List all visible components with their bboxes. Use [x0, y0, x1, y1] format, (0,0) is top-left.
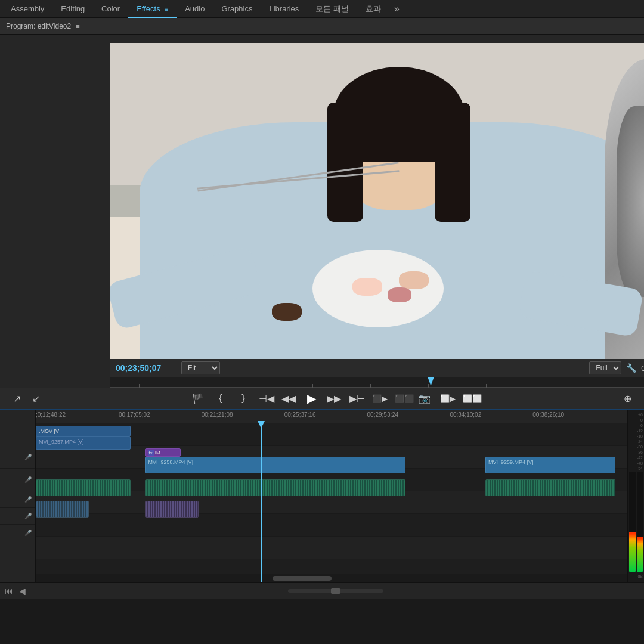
- nav-more-button[interactable]: »: [389, 4, 404, 14]
- nav-libraries[interactable]: Libraries: [261, 0, 307, 18]
- vu-bar-fill-left: [629, 532, 636, 572]
- tl-track-area: .MOV [V] MVI_9257.MP4 [V] fx IM MVI_9258…: [36, 423, 627, 572]
- extract-button[interactable]: ↗: [10, 393, 24, 404]
- timecode-current: 00;23;50;07: [116, 363, 181, 373]
- time-mark-5: 00;34;10;02: [450, 411, 481, 418]
- monitor-menu-icon[interactable]: ≡: [76, 23, 79, 30]
- clip-v2-right-text: MVI_9259.MP4 [V]: [488, 459, 534, 465]
- ruler-bar[interactable]: [110, 377, 644, 388]
- trim-button[interactable]: ⬜▶: [440, 394, 454, 403]
- vu-label-n12: -12: [629, 429, 643, 433]
- controls-center: 🏴 { } ⊣◀ ◀◀ ▶ ▶▶ ▶⊢ ⬛▶ ⬛⬛ 📷 ⬜▶ ⬜⬜: [48, 391, 620, 405]
- step-forward-button[interactable]: ▶▶: [327, 393, 341, 404]
- go-to-in-button[interactable]: ⊣◀: [259, 393, 273, 404]
- tl-zoom-thumb[interactable]: [331, 588, 340, 594]
- playhead-marker[interactable]: [428, 377, 434, 386]
- clip-v1-label[interactable]: .MOV [V]: [36, 426, 131, 436]
- out-point-button[interactable]: }: [236, 393, 250, 404]
- clip-v2-right[interactable]: MVI_9259.MP4 [V]: [485, 457, 615, 473]
- controls-left: ↗ ↙: [0, 393, 48, 404]
- timeline-body: 🎤 🎤 🎤 🎤 🎤 ;0;12;48;22 00;17;05;02 00;21;…: [0, 410, 644, 582]
- vu-label-n48: -48: [629, 461, 643, 465]
- nav-editing[interactable]: Editing: [52, 0, 93, 18]
- vu-label-db: dB: [629, 574, 643, 578]
- play-button[interactable]: ▶: [304, 391, 318, 405]
- step-back-button[interactable]: ◀◀: [281, 393, 296, 404]
- vu-bar-fill-right: [637, 537, 643, 572]
- wrench-icon[interactable]: 🔧: [626, 363, 636, 373]
- audio-waveform-a2-2: [146, 501, 198, 517]
- timeline-scrollbar[interactable]: [36, 574, 627, 582]
- playback-controls-row: ↗ ↙ 🏴 { } ⊣◀ ◀◀ ▶ ▶▶ ▶⊢ ⬛▶ ⬛⬛ 📷 ⬜▶ ⬜⬜ ⊕: [0, 388, 644, 409]
- mic-icon-v1: 🎤: [24, 454, 32, 460]
- quality-dropdown[interactable]: Full 1/2 1/4: [589, 361, 621, 374]
- timeline-section: 🎤 🎤 🎤 🎤 🎤 ;0;12;48;22 00;17;05;02 00;21;…: [0, 409, 644, 599]
- nav-effects-kr[interactable]: 효과: [357, 0, 389, 18]
- tl-zoom-bar[interactable]: [288, 589, 383, 593]
- add-button[interactable]: ⊕: [620, 393, 634, 404]
- time-mark-0: ;0;12;48;22: [36, 411, 66, 418]
- clip-v1-main[interactable]: MVI_9257.MP4 [V]: [36, 436, 131, 450]
- fx-tag: fx: [148, 450, 154, 456]
- vu-label-n30: -30: [629, 445, 643, 449]
- clip-v1-main-text: MVI_9257.MP4 [V]: [39, 439, 84, 445]
- nav-color[interactable]: Color: [93, 0, 128, 18]
- timecode-end: 00;42;30;00: [641, 364, 644, 373]
- audio-clip-a2-2[interactable]: [145, 501, 199, 518]
- mic-icon-a1: 🎤: [24, 496, 32, 503]
- program-monitor-area: Program: editVideo2 ≡: [0, 18, 644, 409]
- nav-assembly[interactable]: Assembly: [2, 0, 52, 18]
- vu-label-n54: -54: [629, 466, 643, 470]
- track-label-v2: 🎤: [0, 469, 35, 491]
- time-mark-1: 00;17;05;02: [119, 411, 150, 418]
- audio-clip-a1-3[interactable]: [485, 479, 615, 496]
- clip-v2-main[interactable]: MVI_9258.MP4 [V]: [145, 457, 405, 473]
- nav-graphics[interactable]: Graphics: [213, 0, 261, 18]
- tl-controls-row: ⏮ ◀: [0, 582, 644, 599]
- track-label-a1: 🎤: [0, 491, 35, 508]
- vu-label-n18: -18: [629, 434, 643, 438]
- audio-clip-a1-1[interactable]: [36, 479, 131, 496]
- vu-label-0: 0: [629, 418, 643, 422]
- insert-edit-button[interactable]: ⬛⬛: [395, 394, 409, 403]
- track-label-v1: 🎤: [0, 446, 35, 469]
- nav-audio[interactable]: Audio: [177, 0, 213, 18]
- go-to-out-button[interactable]: ▶⊢: [349, 393, 364, 404]
- track-labels: 🎤 🎤 🎤 🎤 🎤: [0, 410, 36, 582]
- tl-playhead[interactable]: [261, 421, 262, 582]
- vu-label-n36: -36: [629, 450, 643, 454]
- tl-go-to-start[interactable]: ⏮: [5, 586, 13, 596]
- vu-label-6: +6: [629, 413, 643, 417]
- nav-effects[interactable]: Effects ≡: [128, 0, 177, 18]
- monitor-header: Program: editVideo2 ≡: [0, 18, 644, 35]
- time-mark-4: 00;29;53;24: [367, 411, 399, 418]
- fx-label: IM: [155, 450, 160, 456]
- fit-dropdown[interactable]: Fit 25% 50% 75% 100%: [181, 361, 220, 374]
- vu-bar-left: [629, 472, 636, 572]
- marker-button[interactable]: 🏴: [191, 393, 205, 404]
- audio-waveform-a2-1: [36, 501, 88, 517]
- vu-label-n42: -42: [629, 456, 643, 460]
- timeline-tracks[interactable]: ;0;12;48;22 00;17;05;02 00;21;21;08 00;2…: [36, 410, 627, 582]
- track-stripe-4: [36, 514, 627, 537]
- controls-right: ⊕: [620, 393, 644, 404]
- vu-bar-right: [637, 472, 643, 572]
- clip-v2-fx-badge[interactable]: fx IM: [145, 448, 181, 457]
- tl-step-back[interactable]: ◀: [19, 586, 26, 596]
- lift-button[interactable]: ⬜⬜: [463, 394, 477, 403]
- clip-v1-label-text: .MOV [V]: [39, 428, 61, 434]
- vu-meter: +6 0 -6 -12 -18 -24 -30 -36 -42 -48 -54 …: [627, 410, 644, 582]
- overwrite-button[interactable]: ⬛▶: [372, 394, 386, 403]
- audio-waveform-a1-1: [36, 480, 130, 496]
- in-point-button[interactable]: {: [213, 393, 228, 404]
- scrollbar-thumb[interactable]: [273, 576, 332, 581]
- mic-icon-a3: 🎤: [24, 530, 32, 536]
- nav-all-panels[interactable]: 모든 패널: [307, 0, 357, 18]
- clip-v2-main-text: MVI_9258.MP4 [V]: [148, 459, 194, 465]
- insert-button[interactable]: ↙: [29, 393, 43, 404]
- monitor-title: Program: editVideo2: [6, 22, 71, 30]
- mic-icon-a2: 🎤: [24, 513, 32, 519]
- export-frame-button[interactable]: 📷: [417, 393, 432, 404]
- audio-clip-a2-1[interactable]: [36, 501, 89, 518]
- audio-clip-a1-2[interactable]: [145, 479, 405, 496]
